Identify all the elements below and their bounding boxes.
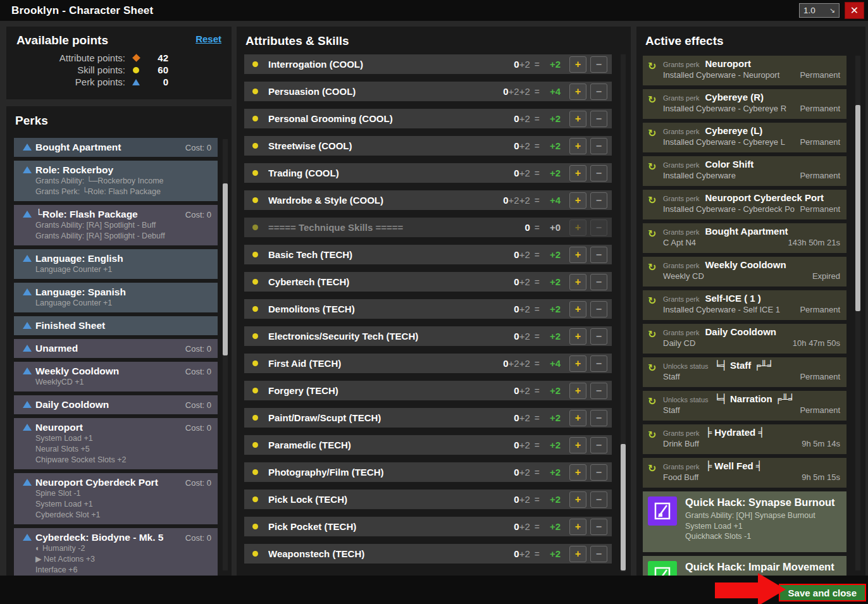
perk-item[interactable]: └Role: Flash Package Cost: 0 Grants Abil… bbox=[14, 205, 218, 245]
perk-item[interactable]: Unarmed Cost: 0 bbox=[14, 339, 218, 358]
equals-sign: = bbox=[535, 141, 540, 151]
decrease-skill-button[interactable]: − bbox=[590, 546, 607, 562]
refresh-icon: ↻ bbox=[648, 58, 663, 83]
equals-sign: = bbox=[535, 59, 540, 70]
reset-link[interactable]: Reset bbox=[195, 34, 221, 44]
decrease-skill-button[interactable]: − bbox=[590, 274, 607, 290]
effect-source: Weekly CD bbox=[663, 271, 807, 281]
perk-name: Cyberdeck: Biodyne - Mk. 5 bbox=[35, 531, 180, 543]
decrease-skill-button[interactable]: − bbox=[590, 410, 607, 426]
resize-icon[interactable]: ↘ bbox=[829, 7, 835, 14]
effects-scrollbar-thumb[interactable] bbox=[855, 105, 860, 311]
effect-name: Cybereye (R) bbox=[705, 92, 764, 102]
skill-modifiers: +2 bbox=[519, 331, 530, 342]
decrease-skill-button[interactable]: − bbox=[590, 519, 607, 535]
effect-duration: 10h 47m 50s bbox=[793, 338, 840, 348]
decrease-skill-button[interactable]: − bbox=[590, 219, 607, 236]
increase-skill-button[interactable]: + bbox=[569, 355, 586, 372]
perk-cost: Cost: 0 bbox=[185, 478, 211, 488]
increase-skill-button[interactable]: + bbox=[569, 546, 586, 562]
perk-item[interactable]: Role: Rockerboy Grants Ability: └─Rocker… bbox=[14, 161, 218, 201]
perk-name: Language: Spanish bbox=[35, 286, 206, 298]
increase-skill-button[interactable]: + bbox=[569, 138, 586, 154]
skill-modifiers: +2+2 bbox=[509, 195, 530, 206]
skill-total: +2 bbox=[544, 331, 561, 342]
effect-item: ↻ Grants perk Neuroport Installed Cyberw… bbox=[643, 56, 846, 85]
increase-skill-button[interactable]: + bbox=[569, 111, 586, 127]
perk-details: Grants Ability: └─Rockerboy Income Grant… bbox=[35, 176, 211, 197]
refresh-icon: ↻ bbox=[648, 125, 663, 150]
points-list: Attribute points: 42 Skill points: 60 Pe… bbox=[16, 52, 221, 88]
decrease-skill-button[interactable]: − bbox=[590, 192, 607, 209]
skill-base-value: 0 bbox=[514, 113, 519, 124]
save-and-close-button[interactable]: Save and close bbox=[779, 584, 866, 601]
increase-skill-button[interactable]: + bbox=[569, 410, 586, 426]
decrease-skill-button[interactable]: − bbox=[590, 165, 607, 182]
skill-row: Weaponstech (TECH) 0 +2 = +2 + − bbox=[244, 544, 612, 564]
skill-total: +4 bbox=[544, 86, 561, 97]
perk-name: Bought Apartment bbox=[35, 141, 180, 153]
increase-skill-button[interactable]: + bbox=[569, 247, 586, 263]
perk-triangle-icon bbox=[19, 421, 35, 465]
increase-skill-button[interactable]: + bbox=[569, 437, 586, 453]
effect-kind: Grants perk bbox=[663, 128, 699, 135]
decrease-skill-button[interactable]: − bbox=[590, 383, 607, 399]
increase-skill-button[interactable]: + bbox=[569, 192, 586, 209]
perk-triangle-icon bbox=[19, 252, 35, 275]
increase-skill-button[interactable]: + bbox=[569, 301, 586, 317]
increase-skill-button[interactable]: + bbox=[569, 83, 586, 100]
version-input[interactable]: 1.0 ↘ bbox=[799, 3, 840, 18]
perks-scrollbar[interactable] bbox=[223, 139, 228, 570]
decrease-skill-button[interactable]: − bbox=[590, 464, 607, 481]
decrease-skill-button[interactable]: − bbox=[590, 56, 607, 73]
points-label: Skill points: bbox=[16, 65, 125, 75]
skill-row: Cybertech (TECH) 0 +2 = +2 + − bbox=[244, 272, 612, 292]
increase-skill-button[interactable]: + bbox=[569, 383, 586, 399]
skill-label: Personal Grooming (COOL) bbox=[268, 113, 514, 124]
increase-skill-button[interactable]: + bbox=[569, 464, 586, 481]
decrease-skill-button[interactable]: − bbox=[590, 138, 607, 154]
perk-item[interactable]: Finished Sheet bbox=[14, 316, 218, 335]
perk-item[interactable]: Language: Spanish Language Counter +1 bbox=[14, 283, 218, 312]
skills-scrollbar-thumb[interactable] bbox=[621, 444, 626, 570]
points-label: Perk points: bbox=[16, 77, 125, 87]
decrease-skill-button[interactable]: − bbox=[590, 247, 607, 263]
perk-item[interactable]: Language: English Language Counter +1 bbox=[14, 249, 218, 279]
perk-item[interactable]: Weekly Cooldown Cost: 0 WeeklyCD +1 bbox=[14, 362, 218, 391]
effects-scrollbar[interactable] bbox=[855, 56, 860, 570]
increase-skill-button[interactable]: + bbox=[569, 519, 586, 535]
skill-total: +2 bbox=[544, 440, 561, 450]
decrease-skill-button[interactable]: − bbox=[590, 355, 607, 372]
increase-skill-button[interactable]: + bbox=[569, 491, 586, 508]
skill-total: +2 bbox=[544, 412, 561, 423]
title-bar: Brooklyn - Character Sheet 1.0 ↘ ✕ bbox=[0, 0, 868, 21]
decrease-skill-button[interactable]: − bbox=[590, 83, 607, 100]
increase-skill-button[interactable]: + bbox=[569, 328, 586, 345]
equals-sign: = bbox=[535, 522, 540, 532]
decrease-skill-button[interactable]: − bbox=[590, 437, 607, 453]
skills-scrollbar[interactable] bbox=[621, 54, 626, 572]
skill-base-value: 0 bbox=[524, 222, 530, 233]
perk-item[interactable]: Neuroport Cost: 0 System Load +1 Neural … bbox=[14, 418, 218, 469]
perk-item[interactable]: Bought Apartment Cost: 0 bbox=[14, 138, 218, 157]
perk-item[interactable]: Neuroport Cyberdeck Port Cost: 0 Spine S… bbox=[14, 473, 218, 524]
perk-item[interactable]: Daily Cooldown Cost: 0 bbox=[14, 395, 218, 414]
increase-skill-button[interactable]: + bbox=[569, 165, 586, 182]
equals-sign: = bbox=[535, 386, 540, 396]
decrease-skill-button[interactable]: − bbox=[590, 328, 607, 345]
equals-sign: = bbox=[535, 413, 540, 423]
skill-base-value: 0 bbox=[514, 304, 519, 314]
effect-source: C Apt N4 bbox=[663, 238, 783, 247]
close-button[interactable]: ✕ bbox=[845, 2, 864, 19]
effect-source: Installed Cyberware - Cyberdeck Port bbox=[663, 204, 795, 214]
increase-skill-button[interactable]: + bbox=[569, 219, 586, 236]
increase-skill-button[interactable]: + bbox=[569, 56, 586, 73]
equals-sign: = bbox=[535, 440, 540, 450]
perks-scrollbar-thumb[interactable] bbox=[223, 183, 228, 355]
perk-item[interactable]: Cyberdeck: Biodyne - Mk. 5 Cost: 0 ◐ Hum… bbox=[14, 528, 218, 576]
decrease-skill-button[interactable]: − bbox=[590, 491, 607, 508]
active-effects-title: Active effects bbox=[645, 34, 724, 47]
decrease-skill-button[interactable]: − bbox=[590, 301, 607, 317]
increase-skill-button[interactable]: + bbox=[569, 274, 586, 290]
decrease-skill-button[interactable]: − bbox=[590, 111, 607, 127]
